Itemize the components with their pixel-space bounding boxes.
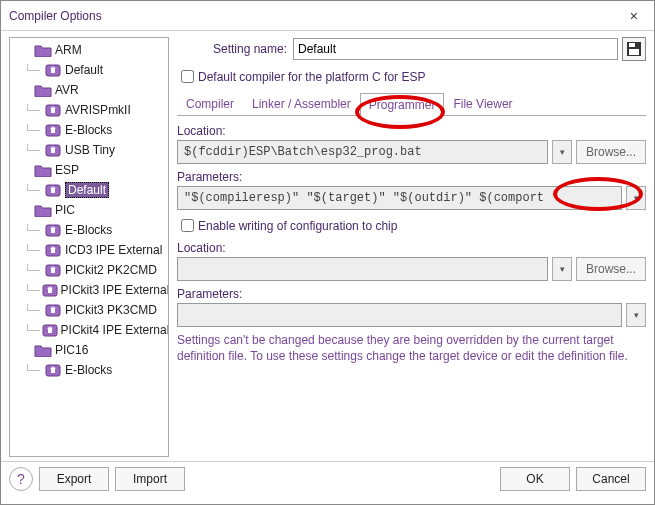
lock-icon	[43, 222, 63, 238]
tree-twig-icon: └─	[24, 224, 42, 236]
tree-label: ESP	[55, 163, 79, 177]
tree-label: E-Blocks	[65, 123, 112, 137]
tree-twig-icon: └─	[24, 244, 42, 256]
tree-item[interactable]: └─PICkit3 IPE External	[10, 280, 168, 300]
svg-rect-13	[51, 248, 55, 253]
tree-folder[interactable]: AVR	[10, 80, 168, 100]
tree-folder[interactable]: PIC16	[10, 340, 168, 360]
parameters-label: Parameters:	[177, 170, 646, 184]
svg-rect-26	[629, 49, 639, 55]
close-icon[interactable]: ×	[622, 6, 646, 26]
parameters-input[interactable]	[177, 186, 622, 210]
svg-rect-11	[51, 228, 55, 233]
tree-label: E-Blocks	[65, 223, 112, 237]
folder-icon	[33, 202, 53, 218]
compiler-tree[interactable]: ARM└─DefaultAVR└─AVRISPmkII└─E-Blocks└─U…	[9, 37, 169, 457]
tree-item[interactable]: └─ICD3 IPE External	[10, 240, 168, 260]
tree-item[interactable]: └─PICkit3 PK3CMD	[10, 300, 168, 320]
parameters2-input[interactable]	[177, 303, 622, 327]
tree-twig-icon: └─	[24, 324, 40, 336]
location2-input[interactable]	[177, 257, 548, 281]
tree-label: PICkit3 PK3CMD	[65, 303, 157, 317]
tree-twig-icon: └─	[24, 284, 40, 296]
svg-rect-17	[48, 288, 52, 293]
tab-linker[interactable]: Linker / Assembler	[243, 92, 360, 115]
tree-label: AVRISPmkII	[65, 103, 131, 117]
tree-item[interactable]: └─Default	[10, 180, 168, 200]
tree-item[interactable]: └─PICkit2 PK2CMD	[10, 260, 168, 280]
location2-dropdown-icon[interactable]: ▾	[552, 257, 572, 281]
lock-icon	[43, 142, 63, 158]
parameters-dropdown-icon[interactable]: ▾	[626, 186, 646, 210]
tree-item[interactable]: └─PICkit4 IPE External	[10, 320, 168, 340]
cancel-button[interactable]: Cancel	[576, 467, 646, 491]
tree-item[interactable]: └─Default	[10, 60, 168, 80]
save-icon[interactable]	[622, 37, 646, 61]
tab-compiler[interactable]: Compiler	[177, 92, 243, 115]
tree-twig-icon: └─	[24, 124, 42, 136]
lock-icon	[43, 362, 63, 378]
tree-label: PICkit3 IPE External	[61, 283, 169, 297]
settings-panel: Setting name: Default compiler for the p…	[177, 37, 646, 457]
svg-rect-1	[51, 68, 55, 73]
tree-label: E-Blocks	[65, 363, 112, 377]
footer-bar: ? Export Import OK Cancel	[1, 461, 654, 495]
tree-label: Default	[65, 182, 109, 198]
parameters2-dropdown-icon[interactable]: ▾	[626, 303, 646, 327]
ok-button[interactable]: OK	[500, 467, 570, 491]
tree-label: ARM	[55, 43, 82, 57]
tab-fileviewer[interactable]: File Viewer	[444, 92, 521, 115]
tree-twig-icon: └─	[24, 64, 42, 76]
folder-icon	[33, 82, 53, 98]
lock-icon	[43, 302, 63, 318]
tree-label: PICkit4 IPE External	[61, 323, 169, 337]
tree-label: PICkit2 PK2CMD	[65, 263, 157, 277]
location-browse-button[interactable]: Browse...	[576, 140, 646, 164]
tree-item[interactable]: └─E-Blocks	[10, 360, 168, 380]
tree-item[interactable]: └─USB Tiny	[10, 140, 168, 160]
export-button[interactable]: Export	[39, 467, 109, 491]
tree-label: AVR	[55, 83, 79, 97]
lock-icon	[41, 282, 59, 298]
location-label: Location:	[177, 124, 646, 138]
location-input[interactable]	[177, 140, 548, 164]
tree-folder[interactable]: PIC	[10, 200, 168, 220]
lock-icon	[43, 62, 63, 78]
location2-browse-button[interactable]: Browse...	[576, 257, 646, 281]
svg-rect-7	[51, 148, 55, 153]
svg-rect-25	[629, 43, 636, 47]
tree-label: PIC16	[55, 343, 88, 357]
tree-item[interactable]: └─E-Blocks	[10, 220, 168, 240]
title-bar: Compiler Options ×	[1, 1, 654, 31]
tree-label: ICD3 IPE External	[65, 243, 162, 257]
lock-icon	[43, 262, 63, 278]
default-compiler-label: Default compiler for the platform C for …	[198, 70, 425, 84]
tree-folder[interactable]: ARM	[10, 40, 168, 60]
setting-name-label: Setting name:	[177, 42, 287, 56]
svg-rect-19	[51, 308, 55, 313]
tree-folder[interactable]: ESP	[10, 160, 168, 180]
tree-label: PIC	[55, 203, 75, 217]
window-title: Compiler Options	[9, 9, 622, 23]
default-compiler-checkbox[interactable]	[181, 70, 194, 83]
lock-icon	[43, 242, 63, 258]
tab-bar: Compiler Linker / Assembler Programmer F…	[177, 92, 646, 116]
setting-name-input[interactable]	[293, 38, 618, 60]
location2-label: Location:	[177, 241, 646, 255]
enable-writing-label: Enable writing of configuration to chip	[198, 219, 397, 233]
tree-twig-icon: └─	[24, 144, 42, 156]
location-dropdown-icon[interactable]: ▾	[552, 140, 572, 164]
help-button[interactable]: ?	[9, 467, 33, 491]
svg-rect-21	[48, 328, 52, 333]
lock-icon	[41, 322, 59, 338]
tab-programmer[interactable]: Programmer	[360, 93, 445, 116]
tree-item[interactable]: └─E-Blocks	[10, 120, 168, 140]
tree-twig-icon: └─	[24, 104, 42, 116]
enable-writing-checkbox[interactable]	[181, 219, 194, 232]
folder-icon	[33, 162, 53, 178]
import-button[interactable]: Import	[115, 467, 185, 491]
svg-rect-15	[51, 268, 55, 273]
tree-item[interactable]: └─AVRISPmkII	[10, 100, 168, 120]
lock-icon	[43, 182, 63, 198]
svg-rect-5	[51, 128, 55, 133]
